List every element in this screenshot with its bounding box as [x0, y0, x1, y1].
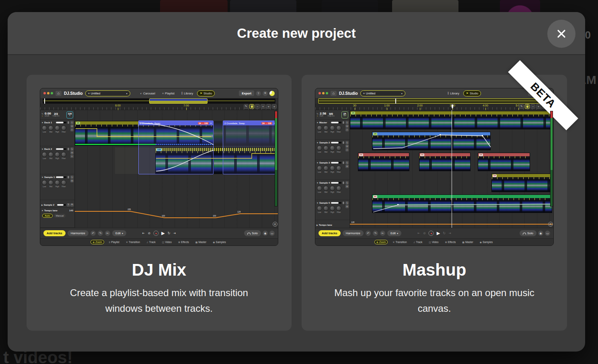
knob-label: Low [43, 157, 46, 160]
close-button[interactable] [547, 20, 575, 48]
knob-label: Filter [62, 186, 66, 188]
profile-avatar [269, 91, 275, 96]
chevron-right-icon: ▶ [316, 224, 318, 226]
card-title-dj-mix: DJ Mix [27, 260, 292, 280]
chevron-down-icon: ▾ [126, 92, 127, 95]
eq-knob: Low [42, 125, 47, 133]
waveform [419, 158, 470, 171]
timeline-ruler: 30 1:00 2:00 3:00 4:00 5:00 ✎ − + « » [315, 104, 553, 110]
effects-icon: ≣ [445, 241, 447, 243]
eq-knob: High [330, 145, 335, 153]
mashup-card[interactable]: ⌂ DJ.Studio ≡ Untitled ▾ ∥Library ➤Studi… [302, 75, 567, 331]
knob-label: High [331, 131, 334, 133]
tempo-value: 145 [69, 209, 73, 212]
redo-icon: ↷ [373, 231, 378, 236]
overview-viewport [149, 98, 208, 104]
knob-icon [317, 166, 322, 171]
tab-samples: ◉Samples [211, 240, 228, 244]
chevron-down-icon: ▼ [41, 121, 43, 124]
play-icon: ▶ [437, 231, 440, 235]
clock-icon: ◔ [316, 115, 319, 117]
track-section-sample2: ▼Sample 2 LowMidHighFilter SMA [315, 140, 349, 160]
clock-icon: ◔ [41, 115, 43, 117]
app-toolbar: Add tracks Harmonize ↶ ↷ ✂ Edit▾ ⇤ ⊘ ● ▶… [40, 228, 278, 238]
eq-knobs: LowMidHighFilter [316, 145, 344, 153]
add-tracks-button: Add tracks [319, 230, 341, 236]
tempo-point: 100 [212, 215, 216, 217]
channel-button-s: S [345, 141, 349, 144]
chevron-down-icon: ▾ [122, 232, 123, 235]
carousel-icon: ◐ [140, 92, 142, 95]
knob-icon [336, 186, 341, 191]
overview-viewport [318, 98, 551, 104]
samples-icon: ◉ [213, 241, 215, 243]
track-section-sample5: ▼Sample 5 LowMidHighFilter SM [315, 200, 349, 220]
transport-controls: ⇤ ⊘ ● ▶ ↻ ⇥ [417, 231, 451, 236]
harmonize-button: Harmonize [343, 230, 364, 236]
mix-overview-strip [318, 98, 551, 104]
chevron-down-icon: ▼ [41, 148, 43, 150]
master-icon: ▦ [195, 241, 198, 243]
redo-icon: ↷ [98, 231, 103, 236]
dj-mix-card[interactable]: ⌂ DJ.Studio ≡ Untitled ▾ ◐Carousel ≡Play… [27, 75, 292, 331]
eq-knob: Low [317, 166, 322, 173]
track-panel: ∿◔ 2:588:24 0/0TRACKS 2AEm ▼Master LowMi… [315, 110, 350, 228]
chevron-down-icon: ▼ [41, 176, 43, 178]
knob-label: Low [318, 171, 321, 173]
app-titlebar: ⌂ DJ.Studio ≡ Untitled ▾ ◐Carousel ≡Play… [40, 88, 278, 98]
channel-button-s: S [345, 181, 349, 184]
studio-icon: ➤ [466, 92, 469, 95]
samples-icon: ◉ [480, 241, 482, 243]
loop-icon: ↻ [443, 232, 446, 235]
mashup-timeline: 3A 2A 5A 5A [350, 110, 553, 228]
harmonize-button: Harmonize [68, 230, 88, 236]
skip-start-icon: ⇤ [417, 232, 420, 235]
eq-knob: High [330, 125, 335, 133]
export-button: Export [239, 90, 254, 96]
zoom-in-icon: + [261, 104, 265, 109]
eq-knob: Mid [48, 125, 53, 133]
knob-label: Mid [49, 157, 52, 160]
tempo-point: 100 [161, 215, 165, 217]
audio-clip-sample3-3: 5A [478, 153, 530, 171]
track-icon: ♫ [146, 241, 148, 243]
channel-button-m: M [70, 203, 74, 207]
eq-knob: Mid [323, 186, 329, 193]
transition-icon: ✕ [126, 241, 128, 243]
app-toolbar: Add tracks Harmonize ↶ ↷ ✂ Edit▾ ⇤ ⊘ ● ▶… [315, 228, 553, 238]
knob-icon [317, 206, 322, 211]
knob-label: Low [43, 131, 46, 133]
app-nav-tabs: ◐Carousel ≡Playlist ∥Library ➤Studio [138, 90, 215, 96]
settings-icon: ✳ [263, 91, 268, 96]
eq-knob: Filter [336, 186, 341, 193]
chevron-down-icon: ▾ [401, 92, 403, 95]
knob-label: Filter [337, 151, 341, 153]
waveform [478, 158, 530, 171]
total-time: 13:26 [45, 115, 51, 117]
knob-label: Mid [325, 211, 327, 213]
eq-knob: Filter [61, 152, 66, 160]
knob-label: Filter [337, 211, 341, 213]
eq-knob: Low [317, 206, 322, 213]
track-section-sample1: ▼Sample 1 LowMidHighFilter SM [40, 174, 74, 200]
tempo-lane-section: ▼Tempo lane145 Auto Manual [40, 208, 74, 228]
volume-slider [331, 182, 341, 184]
track-icon: ♫ [413, 241, 415, 243]
waveform [372, 200, 552, 213]
knob-label: Mid [49, 186, 52, 188]
eq-knob: Filter [336, 206, 341, 213]
eq-knob: Filter [336, 125, 341, 133]
transition-window-1: 1 Crossfade, Swap3A → 11B✳ [138, 121, 214, 174]
effects-icon: ≣ [178, 241, 180, 243]
eq-knob: Filter [336, 145, 341, 153]
knob-label: Low [318, 151, 321, 153]
chevron-down-icon: ▼ [41, 209, 43, 212]
track-panel: ∿◔ 0:0013:26 2/3TRACKS 11BA ▼Deck 1 LowM… [40, 110, 75, 228]
tab-track: ♫Track [412, 240, 424, 244]
knob-icon [330, 125, 335, 131]
tab-playlist: ≡Playlist [107, 240, 121, 244]
solo-button: Solo [244, 230, 261, 236]
volume-slider [331, 122, 341, 123]
eq-knob: High [55, 125, 60, 133]
audio-clip-sample4: 5A [491, 174, 552, 192]
